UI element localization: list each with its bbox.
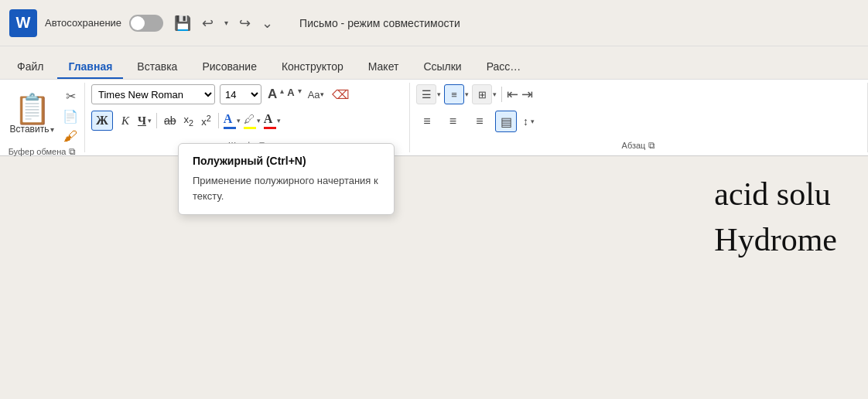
autosave-label: Автосохранение bbox=[45, 17, 121, 29]
tab-layout[interactable]: Макет bbox=[357, 56, 410, 79]
cut-icon[interactable]: ✂ bbox=[62, 87, 79, 104]
font-color-button[interactable]: A ▾ bbox=[224, 112, 241, 129]
font-fill-button[interactable]: A ▾ bbox=[264, 112, 281, 129]
sep2 bbox=[218, 113, 219, 128]
undo-dropdown-icon[interactable]: ▾ bbox=[221, 17, 231, 29]
strikethrough-button[interactable]: ab bbox=[162, 114, 179, 127]
superscript-button[interactable]: x2 bbox=[199, 114, 214, 128]
font-group-top: Times New Roman 14 A ▴ A ▾ Aa ▾ ⌫ bbox=[91, 84, 403, 104]
line-spacing-btn[interactable]: ↕ bbox=[521, 115, 530, 128]
document-area: acid solu Hydrome bbox=[0, 156, 868, 278]
title-bar: W Автосохранение 💾 ↩ ▾ ↪ ⌄ Письмо - режи… bbox=[0, 0, 868, 46]
numbered-list-btn-group: ≡ ▾ bbox=[444, 84, 469, 104]
paste-icon: 📋 bbox=[14, 94, 50, 124]
more-commands-icon[interactable]: ⌄ bbox=[258, 13, 276, 33]
indent-decrease-btn[interactable]: ⇤ bbox=[507, 86, 518, 103]
format-painter-icon[interactable]: 🖌 bbox=[62, 128, 79, 145]
font-size-buttons: A ▴ A ▾ bbox=[266, 87, 302, 102]
align-left-btn[interactable]: ≡ bbox=[416, 111, 438, 132]
tab-draw[interactable]: Рисование bbox=[191, 56, 268, 79]
tab-insert[interactable]: Вставка bbox=[126, 56, 188, 79]
tab-file[interactable]: Файл bbox=[6, 56, 54, 79]
indent-increase-btn[interactable]: ⇥ bbox=[521, 86, 533, 103]
numbered-list-button[interactable]: ≡ bbox=[444, 84, 464, 104]
align-right-btn[interactable]: ≡ bbox=[469, 111, 490, 132]
underline-button[interactable]: Ч ▾ bbox=[138, 114, 152, 128]
align-center-btn[interactable]: ≡ bbox=[443, 111, 464, 132]
tab-mailings[interactable]: Расс… bbox=[476, 56, 532, 79]
autosave-toggle[interactable] bbox=[129, 15, 163, 32]
copy-icon[interactable]: 📄 bbox=[62, 107, 79, 124]
ribbon-tabs: Файл Главная Вставка Рисование Конструкт… bbox=[0, 46, 868, 79]
redo-icon[interactable]: ↪ bbox=[236, 13, 254, 33]
word-logo: W bbox=[9, 9, 37, 37]
tooltip-title: Полужирный (Ctrl+N) bbox=[193, 155, 380, 167]
tab-home[interactable]: Главная bbox=[57, 56, 123, 79]
clipboard-side-icons: ✂ 📄 🖌 bbox=[62, 87, 79, 145]
font-size-select[interactable]: 14 bbox=[220, 84, 261, 104]
underline-dropdown-icon[interactable]: ▾ bbox=[148, 117, 152, 124]
clear-format-btn[interactable]: ⌫ bbox=[330, 87, 351, 102]
font-color-dropdown[interactable]: ▾ bbox=[237, 117, 241, 124]
decrease-font-size-btn[interactable]: A bbox=[285, 87, 296, 102]
change-case-btn[interactable]: Aa ▾ bbox=[306, 89, 326, 101]
tab-design[interactable]: Конструктор bbox=[271, 56, 354, 79]
tooltip-description: Применение полужирного начертания к текс… bbox=[193, 173, 380, 203]
clipboard-inner: 📋 Вставить ▾ ✂ 📄 🖌 bbox=[5, 84, 80, 145]
line-spacing-dropdown[interactable]: ▾ bbox=[531, 118, 535, 125]
document-text: acid solu Hydrome bbox=[714, 172, 837, 263]
paste-label: Вставить bbox=[10, 124, 50, 135]
highlight-button[interactable]: 🖊 ▾ bbox=[244, 112, 261, 129]
font-fill-dropdown[interactable]: ▾ bbox=[277, 117, 281, 124]
save-icon[interactable]: 💾 bbox=[171, 13, 194, 33]
font-fill-icon: A bbox=[264, 112, 273, 125]
font-color-icon: A bbox=[224, 112, 233, 125]
line-spacing-btn-group: ↕ ▾ bbox=[521, 115, 535, 128]
highlight-icon: 🖊 bbox=[244, 112, 255, 125]
underline-label: Ч bbox=[138, 114, 146, 128]
highlight-dropdown[interactable]: ▾ bbox=[257, 117, 261, 124]
sep1 bbox=[156, 113, 157, 128]
tooltip-popup: Полужирный (Ctrl+N) Применение полужирно… bbox=[178, 143, 395, 215]
para-bottom-row: ≡ ≡ ≡ ▤ ↕ ▾ bbox=[416, 111, 861, 132]
undo-icon[interactable]: ↩ bbox=[199, 13, 217, 33]
justify-btn[interactable]: ▤ bbox=[495, 111, 517, 132]
paste-dropdown[interactable]: ▾ bbox=[50, 125, 54, 134]
clipboard-label: Буфер обмена ⧉ bbox=[9, 145, 77, 157]
font-group-bottom: Ж К Ч ▾ ab x2 x2 bbox=[91, 111, 403, 131]
multilevel-dropdown[interactable]: ▾ bbox=[493, 90, 497, 98]
title-bar-icons: 💾 ↩ ▾ ↪ ⌄ bbox=[171, 13, 276, 33]
multilevel-list-btn-group: ⊞ ▾ bbox=[472, 84, 497, 104]
font-group: Times New Roman 14 A ▴ A ▾ Aa ▾ ⌫ Ж bbox=[85, 83, 410, 152]
bullet-dropdown[interactable]: ▾ bbox=[437, 90, 441, 98]
increase-font-size-btn[interactable]: A bbox=[266, 87, 279, 102]
numbered-dropdown[interactable]: ▾ bbox=[465, 90, 469, 98]
para-expand-icon[interactable]: ⧉ bbox=[648, 140, 655, 151]
bullet-list-button[interactable]: ☰ bbox=[416, 84, 436, 104]
clipboard-group: 📋 Вставить ▾ ✂ 📄 🖌 Буфер обмена ⧉ bbox=[0, 83, 85, 152]
subscript-button[interactable]: x2 bbox=[182, 114, 196, 128]
document-title: Письмо - режим совместимости bbox=[299, 17, 460, 29]
para-top-row: ☰ ▾ ≡ ▾ ⊞ ▾ ⇤ ⇥ bbox=[416, 84, 861, 104]
paste-button[interactable]: 📋 Вставить ▾ bbox=[5, 91, 60, 138]
para-label: Абзац ⧉ bbox=[622, 138, 656, 151]
ribbon-content: 📋 Вставить ▾ ✂ 📄 🖌 Буфер обмена ⧉ Times … bbox=[0, 79, 868, 156]
clipboard-expand-icon[interactable]: ⧉ bbox=[69, 146, 76, 157]
multilevel-list-button[interactable]: ⊞ bbox=[472, 84, 492, 104]
bullet-list-btn-group: ☰ ▾ bbox=[416, 84, 441, 104]
italic-button[interactable]: К bbox=[116, 111, 135, 130]
bold-button[interactable]: Ж bbox=[91, 111, 113, 131]
doc-line2: Hydrome bbox=[714, 217, 837, 263]
doc-line1: acid solu bbox=[714, 172, 837, 217]
paragraph-group: ☰ ▾ ≡ ▾ ⊞ ▾ ⇤ ⇥ bbox=[410, 83, 868, 152]
font-name-select[interactable]: Times New Roman bbox=[91, 84, 215, 104]
para-sep1 bbox=[501, 87, 502, 102]
tab-references[interactable]: Ссылки bbox=[412, 56, 472, 79]
